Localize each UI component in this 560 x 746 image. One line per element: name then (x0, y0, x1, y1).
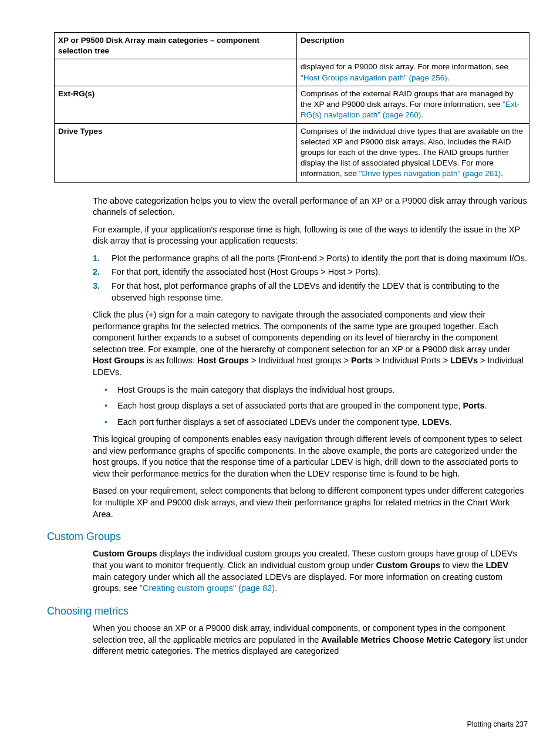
text: Host Groups is the main category that di… (117, 385, 394, 394)
bold: LDEV (485, 561, 508, 570)
text: . (485, 401, 487, 410)
heading-choosing-metrics: Choosing metrics (47, 604, 528, 618)
table-cell (55, 59, 297, 86)
list-item: 2.For that port, identify the associated… (112, 266, 528, 278)
text: is as follows: (144, 356, 197, 365)
paragraph: The above categorization helps you to vi… (93, 195, 528, 218)
bold: Host Groups (93, 356, 144, 365)
text: displayed for a P9000 disk array. For mo… (301, 62, 508, 71)
marker: 1. (93, 253, 100, 265)
text: to view the (440, 561, 485, 570)
bold: Host Groups (197, 356, 249, 365)
page-footer: Plotting charts 237 (467, 720, 528, 730)
bold: Ports (463, 401, 484, 410)
text: . (275, 583, 277, 593)
heading-custom-groups: Custom Groups (47, 529, 528, 544)
label: Ext-RG(s) (58, 89, 95, 98)
marker: 3. (93, 281, 100, 292)
text: Each port further displays a set of asso… (117, 417, 422, 427)
document-page: XP or P9500 Disk Array main categories –… (0, 0, 560, 746)
table-header-2: Description (297, 33, 529, 59)
bold: Ports (351, 356, 373, 365)
bold: Custom Groups (93, 549, 157, 558)
text: . (421, 110, 423, 119)
bold: Custom Groups (376, 561, 441, 570)
paragraph: For example, if your application's respo… (93, 224, 528, 247)
text: Each host group displays a set of associ… (117, 401, 463, 410)
body-content: The above categorization helps you to vi… (93, 195, 528, 657)
list-item: Each host group displays a set of associ… (117, 400, 528, 412)
bold: LDEVs (422, 417, 450, 427)
table-cell: displayed for a P9000 disk array. For mo… (297, 59, 529, 86)
text: Comprises of the external RAID groups th… (301, 89, 513, 109)
table-cell: Comprises of the individual drive types … (297, 123, 529, 182)
list-item: 1.Plot the performance graphs of all the… (112, 253, 528, 265)
paragraph: This logical grouping of components enab… (93, 434, 528, 480)
text: > Individual Ports > (373, 356, 450, 365)
list-item: 3.For that host, plot performance graphs… (112, 281, 528, 303)
bold: Available Metrics Choose Metric Category (321, 635, 491, 644)
link-host-groups-nav[interactable]: "Host Groups navigation path" (page 256) (301, 73, 447, 82)
bullet-list: Host Groups is the main category that di… (93, 384, 528, 428)
numbered-list: 1.Plot the performance graphs of all the… (93, 253, 528, 303)
list-item: Each port further displays a set of asso… (117, 417, 528, 428)
bold: LDEVs (450, 356, 478, 365)
list-item: Host Groups is the main category that di… (117, 384, 528, 396)
table-header-1: XP or P9500 Disk Array main categories –… (55, 33, 297, 59)
text: > Individual host groups > (249, 356, 351, 365)
marker: 2. (93, 266, 100, 278)
text: . (501, 169, 503, 178)
text: For that port, identify the associated h… (112, 267, 380, 276)
text: . (450, 417, 452, 427)
paragraph: When you choose an XP or a P9000 disk ar… (93, 623, 528, 657)
link-drive-types-nav[interactable]: "Drive types navigation path" (page 261) (359, 169, 501, 178)
label: Drive Types (58, 127, 103, 136)
paragraph: Click the plus (+) sign for a main categ… (93, 309, 528, 378)
text: For that host, plot performance graphs o… (112, 281, 500, 302)
paragraph: Custom Groups displays the individual cu… (93, 548, 528, 594)
text: . (447, 73, 450, 82)
paragraph: Based on your requirement, select compon… (93, 485, 528, 520)
link-creating-custom-groups[interactable]: "Creating custom groups" (page 82) (140, 583, 275, 593)
table-cell: Drive Types (55, 123, 297, 182)
table-cell: Comprises of the external RAID groups th… (297, 86, 529, 123)
component-table: XP or P9500 Disk Array main categories –… (54, 32, 529, 183)
text: Click the plus (+) sign for a main categ… (93, 310, 510, 354)
table-cell: Ext-RG(s) (55, 86, 297, 123)
text: Plot the performance graphs of all the p… (112, 254, 527, 263)
